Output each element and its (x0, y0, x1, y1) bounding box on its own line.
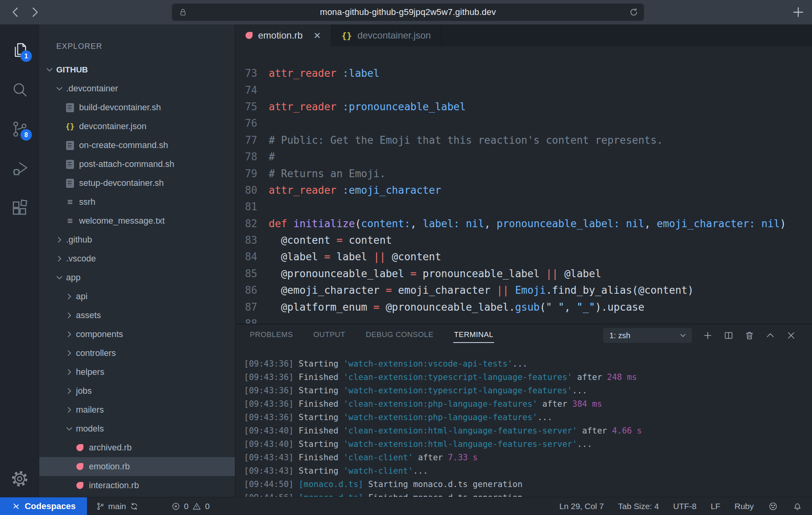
code-line: 73attr_reader :label (235, 65, 812, 82)
cursor-position[interactable]: Ln 29, Col 7 (559, 502, 604, 511)
lock-icon (178, 7, 188, 17)
file-tree: GITHUB.devcontainerbuild-devcontainer.sh… (39, 60, 235, 495)
shell-file-icon (65, 160, 75, 169)
tree-item-label: interaction.rb (89, 480, 139, 491)
tab-devcontainer-json[interactable]: {} devcontainer.json (331, 24, 441, 46)
status-right: Ln 29, Col 7 Tab Size: 4 UTF-8 LF Ruby (559, 501, 803, 511)
tree-item-models[interactable]: models (39, 419, 235, 438)
problems-indicator[interactable]: 0 0 (171, 502, 210, 511)
explorer-sidebar: EXPLORER GITHUB.devcontainerbuild-devcon… (39, 24, 235, 497)
new-terminal-button[interactable] (703, 330, 713, 341)
plus-icon (703, 330, 713, 341)
ruby-file-icon (75, 482, 85, 489)
activity-source-control-button[interactable]: 8 (10, 120, 29, 139)
panel-tab-debug-console[interactable]: DEBUG CONSOLE (365, 328, 434, 343)
ruby-file-icon (245, 32, 253, 39)
ruby-file-icon (75, 444, 85, 451)
address-bar[interactable]: mona-github-github-g59jpq2w5w7.github.de… (172, 4, 644, 21)
gear-icon (10, 469, 29, 488)
close-tab-icon[interactable]: × (314, 31, 321, 40)
tree-item-GITHUB[interactable]: GITHUB (39, 60, 235, 79)
smiley-icon (768, 501, 778, 511)
warning-icon (192, 502, 201, 511)
panel-tab-output[interactable]: OUTPUT (313, 328, 346, 343)
codespaces-button[interactable]: Codespaces (0, 497, 87, 515)
json-file-icon: {} (341, 31, 352, 41)
search-icon (10, 80, 29, 99)
tree-item-archived.rb[interactable]: archived.rb (39, 438, 235, 457)
terminal-output[interactable]: [09:43:36] Starting 'watch-extension:vsc… (235, 346, 812, 497)
bell-icon (792, 501, 803, 511)
language-mode[interactable]: Ruby (734, 502, 754, 511)
notifications-bell-button[interactable] (792, 501, 803, 511)
tree-item-setup-devcontainer.sh[interactable]: setup-devcontainer.sh (39, 174, 235, 193)
code-editor[interactable]: 73attr_reader :label7475attr_reader :pro… (235, 46, 812, 324)
extensions-icon (10, 198, 29, 217)
tree-item-build-devcontainer.sh[interactable]: build-devcontainer.sh (39, 98, 235, 117)
activity-settings-button[interactable] (10, 469, 29, 488)
reload-button[interactable] (629, 7, 639, 17)
tree-item-label: jobs (76, 386, 92, 396)
tree-item-label: build-devcontainer.sh (79, 102, 161, 113)
tree-item-label: emotion.rb (89, 461, 130, 472)
tree-item-devcontainer.json[interactable]: {}devcontainer.json (39, 117, 235, 136)
panel-tab-terminal[interactable]: TERMINAL (453, 328, 494, 343)
eol-indicator[interactable]: LF (710, 502, 720, 511)
tree-item-.github[interactable]: .github (39, 230, 235, 249)
tree-item-assets[interactable]: assets (39, 306, 235, 325)
tree-item-on-create-command.sh[interactable]: on-create-command.sh (39, 136, 235, 155)
new-tab-button[interactable] (792, 6, 805, 19)
panel-tabs: PROBLEMSOUTPUTDEBUG CONSOLETERMINAL (249, 328, 494, 343)
code-line: 80attr_reader :emoji_character (235, 182, 812, 198)
chevron-right-icon (65, 368, 76, 376)
shell-file-icon (65, 179, 75, 188)
activity-search-button[interactable] (10, 80, 29, 99)
encoding[interactable]: UTF-8 (673, 502, 697, 511)
feedback-smiley-button[interactable] (768, 501, 778, 511)
tree-item-jobs[interactable]: jobs (39, 382, 235, 400)
line-number: 82 (235, 218, 257, 230)
terminal-selector-dropdown[interactable]: 1: zsh (603, 328, 692, 343)
tree-item-app[interactable]: app (39, 268, 235, 287)
maximize-panel-button[interactable] (765, 330, 775, 341)
kill-terminal-button[interactable] (744, 330, 755, 341)
tree-item-label: devcontainer.json (79, 121, 146, 132)
code-line: 84 @label = label || @content (235, 248, 812, 265)
browser-toolbar: mona-github-github-g59jpq2w5w7.github.de… (0, 0, 812, 24)
tree-item-controllers[interactable]: controllers (39, 344, 235, 363)
tree-item-api[interactable]: api (39, 287, 235, 306)
tree-item-label: post-attach-command.sh (79, 159, 174, 169)
tree-item-emotion.rb[interactable]: emotion.rb (39, 457, 235, 476)
tree-item-interaction.rb[interactable]: interaction.rb (39, 476, 235, 495)
browser-back-button[interactable] (9, 6, 22, 19)
source-control-badge: 8 (20, 129, 32, 141)
activity-extensions-button[interactable] (10, 198, 29, 217)
tree-item-ssrh[interactable]: ≡ssrh (39, 193, 235, 211)
remote-icon (11, 502, 21, 511)
terminal-line: [09:43:36] Finished 'clean-extension:php… (244, 397, 812, 411)
line-number: 77 (235, 134, 257, 146)
tree-item-components[interactable]: components (39, 325, 235, 344)
panel-tab-problems[interactable]: PROBLEMS (249, 328, 294, 343)
branch-indicator[interactable]: main (96, 502, 139, 511)
line-number: 75 (235, 101, 257, 113)
tab-emotion-rb[interactable]: emotion.rb × (235, 24, 331, 46)
close-panel-button[interactable] (786, 330, 796, 341)
terminal-line: [09:43:36] Finished 'clean-extension:typ… (244, 371, 812, 384)
tab-size[interactable]: Tab Size: 4 (618, 502, 659, 511)
code-line: 81 (235, 198, 812, 215)
tree-item-.vscode[interactable]: .vscode (39, 249, 235, 268)
tree-item-post-attach-command.sh[interactable]: post-attach-command.sh (39, 155, 235, 174)
tree-item-welcome_message.txt[interactable]: ≡welcome_message.txt (39, 211, 235, 230)
split-terminal-button[interactable] (723, 330, 734, 341)
activity-explorer-button[interactable]: 1 (10, 41, 29, 60)
tree-item-helpers[interactable]: helpers (39, 363, 235, 382)
tree-item-label: assets (76, 310, 101, 320)
browser-forward-button[interactable] (28, 6, 41, 19)
activity-run-debug-button[interactable] (10, 159, 29, 178)
tree-item-.devcontainer[interactable]: .devcontainer (39, 79, 235, 98)
url-text: mona-github-github-g59jpq2w5w7.github.de… (172, 7, 644, 17)
warning-count: 0 (205, 502, 210, 511)
tree-item-mailers[interactable]: mailers (39, 400, 235, 419)
code-line: 85 @pronounceable_label = pronounceable_… (235, 265, 812, 282)
